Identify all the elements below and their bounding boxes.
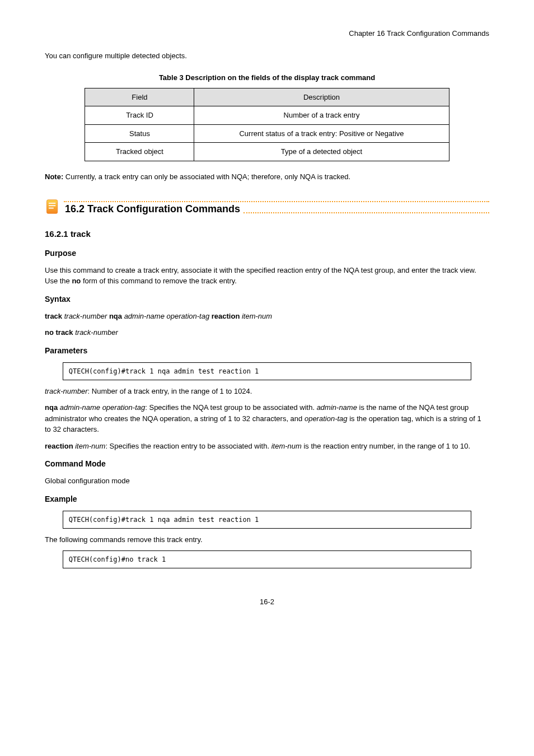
table-cell-field: Tracked object bbox=[85, 143, 194, 161]
fields-table: Field Description Track ID Number of a t… bbox=[85, 88, 449, 161]
table-cell-desc: Number of a track entry bbox=[194, 106, 449, 125]
syntax-keyword-track: track bbox=[45, 312, 64, 320]
param3-desc-a: : Specifies the reaction entry to be ass… bbox=[105, 442, 271, 450]
intro-paragraph: You can configure multiple detected obje… bbox=[45, 50, 489, 62]
param2-admin: admin-name bbox=[60, 403, 100, 412]
subsection-title: track bbox=[71, 229, 91, 239]
subsection-number: 16.2.1 bbox=[45, 229, 71, 239]
syntax-param-item-num: item-num bbox=[242, 312, 272, 320]
syntax-keyword-no: no bbox=[45, 328, 56, 337]
table-cell-desc: Type of a detected object bbox=[194, 143, 449, 161]
example-code-2: QTECH(config)#no track 1 bbox=[63, 550, 471, 568]
param2-paragraph: nqa admin-name operation-tag: Specifies … bbox=[45, 402, 489, 435]
svg-rect-1 bbox=[49, 203, 55, 204]
section-number: 16.2 bbox=[65, 203, 87, 214]
syntax-param-track-number: track-number bbox=[64, 312, 109, 320]
param3-paragraph: reaction item-num: Specifies the reactio… bbox=[45, 441, 489, 452]
syntax-line-2: no track track-number bbox=[45, 327, 489, 338]
table-row: Status Current status of a track entry: … bbox=[85, 124, 449, 143]
purpose-no-keyword: no bbox=[72, 277, 81, 285]
page-number: 16-2 bbox=[45, 596, 489, 608]
breadcrumb: Chapter 16 Track Configuration Commands bbox=[349, 29, 489, 38]
command-mode-text: Global configuration mode bbox=[45, 475, 489, 487]
param1-name: track-number bbox=[45, 387, 88, 395]
document-icon bbox=[45, 199, 60, 214]
syntax-param-track-number: track-number bbox=[75, 328, 118, 337]
param2-desc-a: : Specifies the NQA test group to be ass… bbox=[145, 403, 316, 412]
svg-rect-0 bbox=[47, 200, 58, 214]
purpose-paragraph: Use this command to create a track entry… bbox=[45, 265, 489, 287]
note-text: Currently, a track entry can only be ass… bbox=[65, 172, 350, 181]
section-dots-decoration bbox=[243, 212, 489, 213]
table-header-desc: Description bbox=[194, 88, 449, 106]
section-dots-decoration bbox=[64, 201, 489, 202]
syntax-heading: Syntax bbox=[45, 293, 489, 305]
note-paragraph: Note: Currently, a track entry can only … bbox=[45, 171, 489, 183]
section-header: 16.2 Track Configuration Commands bbox=[45, 199, 489, 217]
param2-op: operation-tag bbox=[102, 403, 146, 412]
code-text: QTECH(config)#track 1 nqa admin test rea… bbox=[69, 516, 259, 524]
table-header-row: Field Description bbox=[85, 88, 449, 106]
code-text: QTECH(config)#track 1 nqa admin test rea… bbox=[69, 367, 259, 375]
example-heading: Example bbox=[45, 493, 489, 505]
table-cell-desc: Current status of a track entry: Positiv… bbox=[194, 124, 449, 143]
table-header-field: Field bbox=[85, 88, 194, 106]
param1-paragraph: track-number: Number of a track entry, i… bbox=[45, 386, 489, 397]
param2-desc-b: admin-name bbox=[317, 403, 357, 412]
table-row: Track ID Number of a track entry bbox=[85, 106, 449, 125]
parameters-heading: Parameters bbox=[45, 345, 489, 357]
syntax-keyword-track: track bbox=[56, 328, 76, 337]
param3-desc-b: item-num bbox=[271, 442, 302, 450]
syntax-keyword-nqa: nqa bbox=[109, 312, 124, 320]
table-cell-field: Status bbox=[85, 124, 194, 143]
note-label: Note: bbox=[45, 172, 65, 181]
param2-desc-d: operation-tag bbox=[305, 414, 348, 423]
param1-desc: : Number of a track entry, in the range … bbox=[88, 387, 252, 395]
svg-rect-3 bbox=[49, 208, 54, 209]
example-desc: The following commands remove this track… bbox=[45, 534, 489, 545]
code-text: QTECH(config)#no track 1 bbox=[69, 556, 166, 563]
table-cell-field: Track ID bbox=[85, 106, 194, 125]
param3-prefix: reaction bbox=[45, 442, 75, 450]
syntax-line-1: track track-number nqa admin-name operat… bbox=[45, 311, 489, 322]
command-mode-heading: Command Mode bbox=[45, 458, 489, 470]
table-row: Tracked object Type of a detected object bbox=[85, 143, 449, 161]
param3-desc-c: is the reaction entry number, in the ran… bbox=[302, 442, 470, 450]
param2-prefix: nqa bbox=[45, 403, 60, 412]
purpose-heading: Purpose bbox=[45, 248, 489, 259]
section-title: 16.2 Track Configuration Commands bbox=[65, 202, 240, 217]
param3-item: item-num bbox=[75, 442, 105, 450]
subsection-heading: 16.2.1 track bbox=[45, 228, 489, 241]
svg-rect-2 bbox=[49, 205, 55, 206]
table-caption: Table 3 Description on the fields of the… bbox=[45, 72, 489, 83]
syntax-param-admin-name: admin-name bbox=[124, 312, 167, 320]
purpose-text-b: form of this command to remove the track… bbox=[81, 277, 237, 285]
section-title-text: Track Configuration Commands bbox=[87, 203, 240, 214]
syntax-param-operation-tag: operation-tag bbox=[167, 312, 212, 320]
syntax-keyword-reaction: reaction bbox=[212, 312, 242, 320]
example-code-1: QTECH(config)#track 1 nqa admin test rea… bbox=[63, 362, 471, 380]
example-code-1b: QTECH(config)#track 1 nqa admin test rea… bbox=[63, 511, 471, 529]
